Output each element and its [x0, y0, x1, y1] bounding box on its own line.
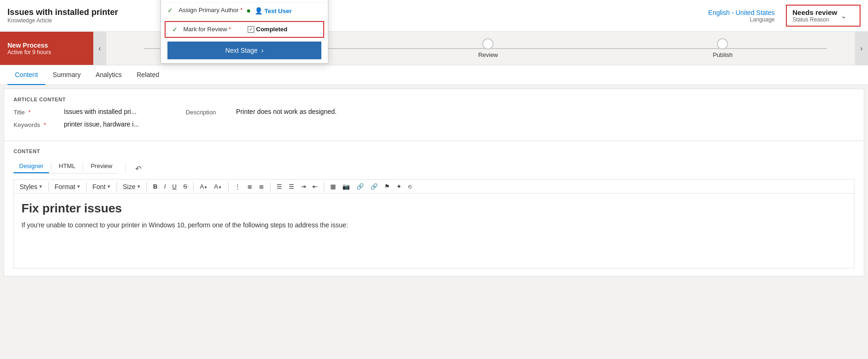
popup-value-review: Completed — [256, 26, 287, 33]
language-value[interactable]: English - United States — [708, 9, 775, 16]
status-reason-label: Status Reason — [792, 16, 837, 23]
tab-summary[interactable]: Summary — [45, 65, 88, 85]
stage-review-circle — [482, 38, 493, 49]
editor-tab-divider1 — [51, 162, 51, 171]
popup-review-checkbox[interactable]: ✓ — [248, 26, 254, 33]
process-nav-right-button[interactable]: › — [855, 32, 868, 65]
table-button[interactable]: ▦ — [328, 182, 338, 191]
popup-row-author: ✓ Assign Primary Author * ● 👤 Test User — [161, 3, 328, 19]
title-value[interactable]: Issues with installed pri... — [64, 108, 137, 115]
content-section-title: CONTENT — [14, 148, 854, 154]
font-dropdown[interactable]: Font ▼ — [90, 182, 113, 191]
main-content: ARTICLE CONTENT Title * Issues with inst… — [4, 89, 864, 276]
underline-button[interactable]: U — [170, 182, 179, 191]
process-nav-left-button[interactable]: ‹ — [93, 32, 106, 65]
title-field-row: Title * Issues with installed pri... — [14, 108, 139, 116]
popup-check-author: ✓ — [167, 7, 175, 14]
size-label: Size — [123, 183, 135, 190]
title-label: Title * — [14, 108, 60, 116]
tab-content[interactable]: Content — [7, 65, 45, 85]
stage-publish[interactable]: Publish — [713, 38, 733, 58]
font-arrow-icon: ▼ — [106, 184, 111, 189]
font-color-button[interactable]: A▼ — [197, 182, 210, 191]
language-label: Language — [708, 16, 775, 23]
ordered-list-button[interactable]: ☰ — [274, 182, 285, 191]
keywords-label: Keywords * — [14, 120, 60, 128]
styles-arrow-icon: ▼ — [38, 184, 43, 189]
page-title: Issues with installed printer — [7, 7, 118, 17]
article-title-section: Issues with installed printer Knowledge … — [7, 7, 118, 24]
align-center-button[interactable]: ≣ — [245, 182, 255, 191]
stage-review[interactable]: Review — [478, 38, 498, 58]
status-reason-section[interactable]: Needs review Status Reason ⌄ — [786, 5, 861, 27]
strikethrough-button[interactable]: S — [181, 182, 190, 191]
editor-tabs: Designer HTML Preview — [14, 160, 118, 174]
process-title: New Process — [7, 42, 86, 49]
title-required: * — [28, 109, 31, 116]
toolbar-div7 — [270, 182, 271, 191]
editor-body[interactable]: Fix printer issues If you're unable to c… — [14, 194, 854, 268]
styles-dropdown[interactable]: Styles ▼ — [18, 182, 45, 191]
stage-popup: Active for 6 minutes □ ✕ ✓ Set Keywords … — [160, 0, 328, 63]
description-value[interactable]: Printer does not work as designed. — [236, 108, 337, 115]
popup-label-author: Assign Primary Author * — [179, 7, 243, 14]
stage-publish-label: Publish — [713, 51, 733, 58]
popup-row-review: ✓ Mark for Review * ✓ Completed — [166, 22, 323, 37]
status-reason-text: Needs review Status Reason — [792, 8, 837, 23]
italic-button[interactable]: I — [162, 182, 168, 191]
popup-user-status-icon: ● — [246, 7, 251, 15]
editor-tab-html[interactable]: HTML — [53, 160, 81, 173]
process-label: New Process Active for 9 hours — [0, 32, 93, 65]
format-arrow-icon: ▼ — [76, 184, 81, 189]
tab-related[interactable]: Related — [129, 65, 167, 85]
popup-user-link[interactable]: Test User — [264, 7, 292, 14]
styles-label: Styles — [20, 183, 37, 190]
toolbar-div5 — [193, 182, 194, 191]
link-button[interactable]: 🔗 — [354, 182, 366, 191]
code-button[interactable]: ⎋ — [406, 182, 414, 191]
toolbar-div8 — [324, 182, 324, 191]
editor-tab-designer[interactable]: Designer — [14, 160, 49, 173]
toolbar-div1 — [49, 182, 49, 191]
align-left-button[interactable]: ⋮ — [232, 182, 243, 191]
editor-toolbar: Styles ▼ Format ▼ Font ▼ Size ▼ B I U S — [14, 179, 854, 194]
toolbar-div2 — [86, 182, 87, 191]
editor-tab-preview[interactable]: Preview — [85, 160, 118, 173]
toolbar-div4 — [146, 182, 147, 191]
editor-tab-divider2 — [83, 162, 83, 171]
unordered-list-button[interactable]: ☰ — [286, 182, 297, 191]
size-arrow-icon: ▼ — [136, 184, 141, 189]
toolbar-divider-vert — [125, 164, 126, 173]
format-dropdown[interactable]: Format ▼ — [53, 182, 83, 191]
article-content-section: ARTICLE CONTENT Title * Issues with inst… — [4, 89, 864, 141]
align-right-button[interactable]: ≣ — [257, 182, 266, 191]
keywords-value[interactable]: printer issue, hardware i... — [64, 120, 139, 128]
outdent-button[interactable]: ⇤ — [310, 182, 320, 191]
bold-button[interactable]: B — [151, 182, 160, 191]
flag-button[interactable]: ⚑ — [382, 182, 392, 191]
format-label: Format — [55, 183, 75, 190]
tab-analytics[interactable]: Analytics — [88, 65, 129, 85]
image-button[interactable]: 📷 — [340, 182, 352, 191]
font-label: Font — [92, 183, 105, 190]
popup-row-review-wrapper: ✓ Mark for Review * ✓ Completed — [165, 21, 324, 38]
page-subtitle: Knowledge Article — [7, 17, 118, 24]
toolbar-div3 — [117, 182, 117, 191]
size-dropdown[interactable]: Size ▼ — [121, 182, 143, 191]
content-editor-section: CONTENT Designer HTML Preview ↶ Styles ▼… — [4, 141, 864, 276]
language-section[interactable]: English - United States Language — [708, 9, 775, 23]
popup-completed-field[interactable]: ✓ Completed — [248, 26, 287, 33]
popup-user-field: ● 👤 Test User — [246, 7, 292, 15]
header-right: English - United States Language Needs r… — [708, 5, 861, 27]
highlight-button[interactable]: A▼ — [212, 182, 224, 191]
chevron-down-icon[interactable]: ⌄ — [841, 12, 847, 20]
description-label: Description — [186, 108, 232, 116]
undo-button[interactable]: ↶ — [133, 162, 143, 175]
process-sub: Active for 9 hours — [7, 49, 86, 56]
next-stage-button[interactable]: Next Stage › — [167, 42, 321, 59]
indent-button[interactable]: ⇥ — [299, 182, 308, 191]
sparkle-button[interactable]: ✦ — [394, 182, 404, 191]
next-stage-icon: › — [261, 47, 264, 54]
unlink-button[interactable]: 🔗 — [368, 182, 380, 191]
stage-publish-circle — [717, 38, 728, 49]
